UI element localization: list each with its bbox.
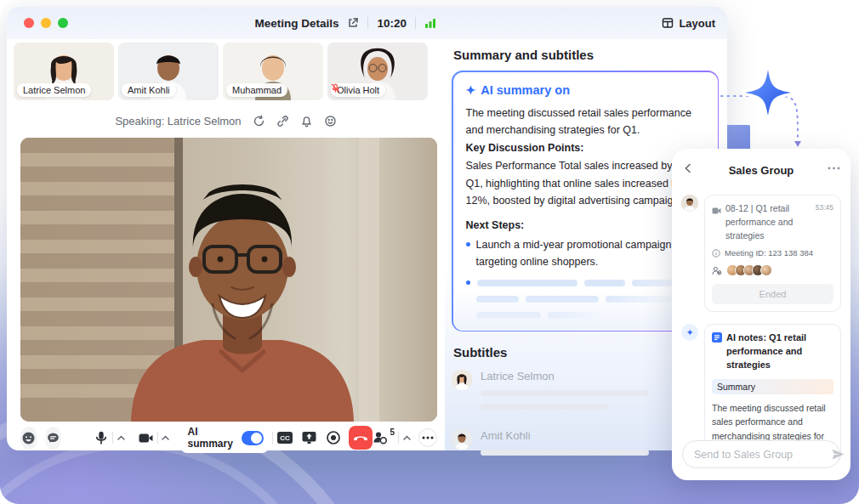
participant-name-badge: Muhammad	[226, 83, 287, 97]
summary-paragraph: Sales Performance Total sales increased …	[466, 157, 705, 210]
bullet-dot	[466, 280, 470, 285]
active-speaker-video[interactable]	[20, 138, 437, 422]
share-screen-button[interactable]	[301, 430, 317, 445]
mic-muted-icon	[331, 83, 340, 93]
ai-sparkle-avatar: ✦	[681, 324, 698, 341]
meeting-title: 08-12 | Q1 retail performance and strate…	[725, 202, 811, 242]
layout-label: Layout	[679, 17, 715, 30]
bullet-text: Launch a mid-year promotional campaign t…	[476, 236, 705, 270]
message-input[interactable]	[694, 449, 831, 461]
sparkle-icon: ✦	[466, 83, 476, 97]
record-button[interactable]	[326, 430, 341, 445]
participant-name-badge: Olivia Holt	[331, 83, 385, 97]
attendees-icon	[712, 266, 722, 275]
skeleton-bar	[476, 296, 519, 303]
window-titlebar: Meeting Details 10:20 Layout	[7, 7, 727, 39]
meeting-title-row: 08-12 | Q1 retail performance and strate…	[712, 202, 833, 242]
participant-name: Muhammad	[232, 85, 282, 95]
divider	[112, 432, 113, 444]
meeting-details-cluster: Meeting Details 10:20	[7, 7, 445, 39]
sales-group-card: Sales Group 08-12 | Q1 retail performanc…	[672, 149, 850, 480]
meeting-id-row: Meeting ID: 123 138 384	[712, 248, 833, 258]
avatar	[681, 195, 698, 212]
avatar	[452, 370, 472, 390]
meeting-message: 08-12 | Q1 retail performance and strate…	[681, 195, 841, 312]
participant-name: Amit Kohli	[128, 85, 170, 95]
skeleton-bar	[477, 280, 577, 286]
document-icon	[712, 332, 722, 343]
chat-header: Sales Group	[681, 161, 841, 179]
more-options-button[interactable]	[418, 428, 437, 447]
link-icon[interactable]	[276, 115, 289, 127]
video-camera-icon	[712, 203, 721, 242]
ai-summary-box-title: ✦ AI summary on	[466, 83, 705, 97]
meeting-duration: 53:45	[816, 203, 833, 242]
divider	[398, 432, 399, 444]
meeting-details-label[interactable]: Meeting Details	[254, 17, 338, 30]
speaking-row: Speaking: Latrice Selmon	[14, 109, 438, 133]
participant-tile-muhammad[interactable]: Muhammad	[223, 42, 323, 100]
layout-button[interactable]: Layout	[662, 7, 715, 39]
ai-notes-title-row: AI notes: Q1 retail performance and stra…	[712, 331, 833, 372]
refresh-icon[interactable]	[253, 115, 265, 127]
subtitle-skeleton-bar	[481, 450, 649, 456]
reaction-emoji-button[interactable]	[20, 427, 37, 450]
bullet-dot	[466, 242, 470, 246]
participant-name: Latrice Selmon	[23, 85, 85, 95]
camera-button[interactable]	[138, 430, 154, 446]
participant-count: 5	[390, 428, 395, 437]
skeleton-bar	[606, 296, 674, 303]
divider	[272, 432, 273, 444]
hangup-phone-icon	[352, 432, 369, 444]
participant-strip: Latrice Selmon Amit Kohli Muhammad Olivi…	[14, 39, 438, 105]
divider	[157, 432, 158, 444]
participant-tile-latrice[interactable]: Latrice Selmon	[14, 42, 114, 100]
participants-chevron[interactable]	[402, 433, 412, 443]
ai-summary-on-label: AI summary on	[481, 83, 570, 97]
skeleton-bar	[548, 312, 600, 319]
participant-tile-olivia[interactable]: Olivia Holt	[327, 42, 428, 100]
participant-name-badge: Latrice Selmon	[17, 83, 91, 97]
chat-title: Sales Group	[729, 164, 794, 177]
ai-notes-title: AI notes: Q1 retail performance and stra…	[726, 331, 833, 372]
meeting-toolbar: AI summary CC 5	[20, 425, 437, 450]
mini-avatar	[760, 264, 772, 276]
back-chevron-icon[interactable]	[682, 162, 694, 177]
closed-captions-button[interactable]: CC	[276, 431, 293, 445]
meeting-timer: 10:20	[377, 17, 407, 30]
message-input-row	[682, 440, 840, 468]
bell-icon[interactable]	[300, 115, 313, 127]
attendees-row	[712, 264, 833, 276]
summary-panel-title: Summary and subtitles	[453, 48, 719, 62]
participant-name-badge: Amit Kohli	[122, 83, 176, 97]
participant-tile-amit[interactable]: Amit Kohli	[118, 42, 219, 100]
summary-paragraph: The meeting discussed retail sales perfo…	[466, 105, 705, 140]
chat-more-icon[interactable]	[828, 159, 840, 173]
skeleton-bar	[476, 312, 541, 319]
share-meeting-icon[interactable]	[347, 17, 359, 29]
mic-button[interactable]	[94, 430, 109, 445]
participants-button[interactable]: 5	[373, 430, 395, 445]
camera-options-chevron[interactable]	[161, 433, 170, 443]
layout-grid-icon	[662, 17, 674, 29]
summary-bullet: Launch a mid-year promotional campaign t…	[466, 236, 705, 270]
chat-button[interactable]	[45, 427, 62, 450]
mic-options-chevron[interactable]	[117, 433, 126, 443]
svg-text:CC: CC	[280, 434, 290, 442]
sparkle-icon: ✦	[685, 327, 693, 338]
end-call-button[interactable]	[349, 426, 373, 450]
participant-name: Olivia Holt	[337, 85, 379, 95]
screenshot-canvas: Meeting Details 10:20 Layout Latrice S	[0, 0, 859, 504]
meeting-status-button: Ended	[712, 284, 833, 304]
emoji-icon[interactable]	[324, 115, 337, 127]
meeting-card-bubble[interactable]: 08-12 | Q1 retail performance and strate…	[704, 195, 841, 312]
next-steps-heading: Next Steps:	[466, 217, 705, 235]
ai-summary-toggle[interactable]	[242, 431, 263, 445]
key-points-heading: Key Discussion Points:	[466, 139, 705, 157]
skeleton-row	[466, 280, 705, 286]
avatar	[452, 429, 472, 450]
send-icon[interactable]	[831, 448, 845, 461]
meeting-window: Meeting Details 10:20 Layout Latrice S	[7, 7, 727, 450]
signal-strength-icon	[424, 17, 436, 29]
skeleton-bar	[526, 296, 599, 303]
